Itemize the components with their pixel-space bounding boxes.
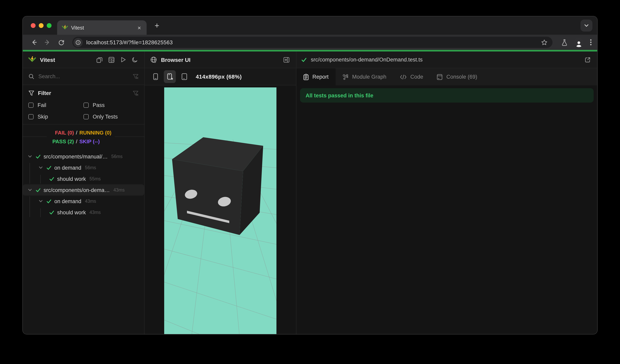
checkbox-pass[interactable]: [83, 102, 89, 108]
details-tabs: Report Module Graph Code Console (69): [296, 68, 597, 86]
globe-icon: [150, 56, 157, 63]
search-input[interactable]: [38, 73, 129, 79]
filter-options: Fail Pass Skip Only Tests: [28, 101, 139, 121]
vitest-logo-icon: [28, 56, 36, 63]
chevron-down-icon[interactable]: [39, 166, 43, 170]
tab-label: Code: [410, 74, 423, 80]
filter-option-fail[interactable]: Fail: [28, 101, 83, 109]
test-label: src/components/on-dema…: [44, 187, 110, 193]
browser-window: Vitest × +: [22, 16, 598, 335]
browser-toolbar: localhost:5173/#/?file=1828625563: [23, 35, 597, 50]
chevron-down-icon: [584, 23, 589, 28]
tab-console[interactable]: Console (69): [430, 68, 484, 86]
browser-tab[interactable]: Vitest ×: [57, 20, 147, 35]
test-case-row[interactable]: should work 55ms: [23, 173, 144, 184]
test-file-row-selected[interactable]: src/components/on-dema… 43ms: [23, 184, 144, 196]
check-pass-icon: [49, 176, 54, 181]
collapse-panel-icon[interactable]: [282, 56, 290, 64]
test-label: on demand: [54, 198, 81, 204]
status-row-1: FAIL (0) / RUNNING (0): [50, 128, 111, 137]
filter-option-only-tests[interactable]: Only Tests: [83, 112, 139, 121]
reload-button[interactable]: [56, 37, 67, 48]
dashboard-icon[interactable]: [108, 56, 115, 64]
test-file-row[interactable]: src/components/manual/… 56ms: [23, 151, 144, 162]
test-suite-row[interactable]: on demand 43ms: [23, 196, 144, 207]
tab-search-button[interactable]: [580, 20, 592, 31]
bookmark-star-icon[interactable]: [541, 39, 548, 46]
url-input[interactable]: localhost:5173/#/?file=1828625563: [86, 39, 537, 45]
chevron-down-icon[interactable]: [39, 199, 43, 203]
dark-mode-icon[interactable]: [131, 56, 139, 63]
url-bar[interactable]: localhost:5173/#/?file=1828625563: [72, 37, 553, 48]
console-icon: [437, 74, 443, 80]
sidebar-header: Vitest: [23, 51, 144, 68]
pass-count: PASS (2): [50, 138, 74, 144]
clear-search-filter-icon[interactable]: [133, 73, 139, 79]
tab-code[interactable]: Code: [393, 68, 430, 86]
desktop: Vitest × +: [0, 0, 620, 364]
filter-option-skip[interactable]: Skip: [28, 112, 83, 121]
tab-report[interactable]: Report: [296, 68, 335, 86]
collapse-windows-icon[interactable]: [95, 56, 104, 64]
filter-panel: Filter Fail Pass: [23, 85, 144, 125]
check-pass-icon: [46, 165, 51, 170]
minimize-window-button[interactable]: [39, 23, 44, 28]
clear-filter-icon[interactable]: [133, 90, 139, 96]
test-label: on demand: [54, 165, 81, 171]
new-tab-button[interactable]: +: [152, 21, 162, 30]
checkbox-only-tests[interactable]: [83, 114, 89, 119]
search-icon: [28, 73, 34, 79]
experiments-flask-icon[interactable]: [561, 39, 568, 46]
checkbox-fail[interactable]: [28, 102, 33, 108]
status-row-2: PASS (2) / SKIP (--): [50, 137, 111, 146]
vitest-app: Vitest: [23, 51, 597, 334]
check-pass-icon: [36, 154, 41, 159]
sidebar: Vitest: [23, 51, 145, 334]
tab-strip: Vitest × +: [23, 16, 597, 35]
tab-title: Vitest: [71, 25, 133, 30]
checkbox-skip[interactable]: [28, 114, 33, 119]
close-window-button[interactable]: [31, 23, 36, 28]
forward-button[interactable]: [42, 37, 53, 48]
open-external-icon[interactable]: [584, 56, 592, 64]
test-suite-row[interactable]: on demand 56ms: [23, 162, 144, 173]
tab-close-icon[interactable]: ×: [136, 24, 143, 31]
test-label: should work: [57, 176, 86, 182]
filter-option-pass[interactable]: Pass: [83, 101, 139, 109]
browser-menu-kebab-icon[interactable]: [590, 39, 592, 45]
phone-small-icon[interactable]: [149, 70, 161, 83]
tablet-icon[interactable]: [178, 70, 190, 83]
report-content: All tests passed in this file: [296, 86, 597, 334]
browser-ui-panel: Browser UI 414x896px: [145, 51, 296, 334]
device-toolbar: 414x896px (68%): [145, 68, 296, 86]
run-all-icon[interactable]: [119, 56, 127, 63]
chevron-down-icon[interactable]: [28, 188, 32, 192]
check-pass-icon: [46, 199, 51, 204]
all-tests-passed-banner: All tests passed in this file: [300, 88, 594, 102]
traffic-lights: [23, 23, 57, 28]
browser-ui-title: Browser UI: [161, 57, 191, 63]
tab-module-graph[interactable]: Module Graph: [335, 68, 393, 86]
profile-avatar[interactable]: [574, 38, 584, 47]
details-panel: src/components/on-demand/OnDemand.test.t…: [296, 51, 597, 334]
report-clipboard-icon: [303, 74, 309, 80]
tab-label: Report: [312, 74, 329, 80]
viewport-size-label[interactable]: 414x896px (68%): [196, 73, 242, 80]
site-info-icon[interactable]: [74, 38, 83, 47]
back-button[interactable]: [28, 37, 40, 48]
maximize-window-button[interactable]: [47, 23, 51, 28]
toolbar-right-icons: [558, 38, 592, 47]
status-separator: /: [76, 138, 77, 144]
status-separator: /: [76, 130, 77, 135]
chevron-down-icon[interactable]: [28, 154, 32, 159]
test-duration: 55ms: [90, 176, 101, 181]
run-status-summary: FAIL (0) / RUNNING (0) PASS (2) / SKIP (…: [23, 128, 144, 146]
phone-plus-icon[interactable]: [164, 70, 176, 83]
test-label: src/components/manual/…: [44, 153, 108, 160]
tester-iframe[interactable]: [164, 87, 277, 334]
filter-option-label: Skip: [38, 114, 48, 119]
check-pass-icon: [301, 57, 307, 62]
tab-label: Console (69): [446, 74, 477, 80]
check-pass-icon: [36, 187, 41, 193]
test-case-row[interactable]: should work 43ms: [23, 207, 144, 218]
